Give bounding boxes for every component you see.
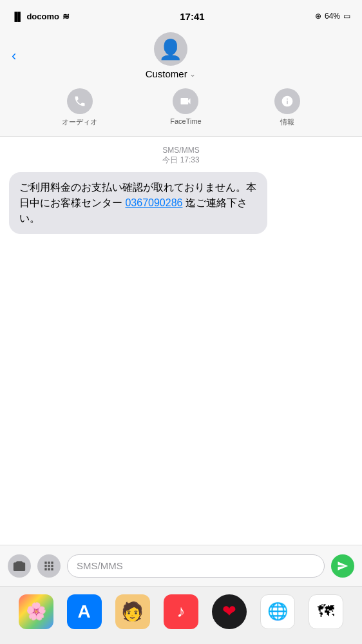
chevron-down-icon: ⌄ [189, 70, 196, 79]
message-area: SMS/MMS 今日 17:33 ご利用料金のお支払い確認が取れておりません。本… [0, 137, 362, 559]
dock-maps[interactable]: 🗺 [309, 594, 343, 629]
input-area: SMS/MMS [0, 545, 362, 586]
info-label: 情報 [280, 117, 294, 127]
apps-button[interactable] [37, 554, 61, 578]
message-bubble: ご利用料金のお支払い確認が取れておりません。本日中にお客様センター 036709… [9, 172, 267, 234]
dock-memoji[interactable]: 🧑 [115, 594, 150, 629]
contact-name-row[interactable]: Customer ⌄ [146, 68, 196, 79]
status-right: ⊕ 64% ▭ [315, 12, 350, 21]
battery-label: 64% [325, 12, 340, 21]
sms-time: 今日 17:33 [9, 155, 353, 166]
audio-label: オーディオ [62, 117, 97, 127]
location-icon: ⊕ [315, 12, 321, 21]
contact-info: 👤 Customer ⌄ [146, 32, 196, 79]
sms-header: SMS/MMS 今日 17:33 [9, 146, 353, 166]
dock-browser[interactable]: 🌐 [260, 594, 295, 629]
facetime-icon [173, 88, 198, 114]
phone-link[interactable]: 0367090286 [125, 197, 182, 208]
wifi-icon: ≋ [62, 12, 70, 21]
info-icon [274, 88, 300, 114]
back-button[interactable]: ‹ [12, 48, 16, 64]
signal-icon: ▐▌ [12, 12, 23, 21]
camera-button[interactable] [8, 554, 31, 578]
facetime-button[interactable]: FaceTime [170, 88, 202, 127]
dock: 🌸 A 🧑 ♪ ❤ 🌐 🗺 [0, 586, 362, 644]
dock-social[interactable]: ❤ [212, 594, 247, 629]
avatar: 👤 [154, 32, 187, 66]
contact-name-label: Customer [146, 68, 187, 79]
send-button[interactable] [331, 554, 354, 578]
dock-photos[interactable]: 🌸 [19, 594, 53, 629]
status-bar: ▐▌ docomo ≋ 17:41 ⊕ 64% ▭ [0, 0, 362, 28]
message-row: ご利用料金のお支払い確認が取れておりません。本日中にお客様センター 036709… [9, 172, 353, 234]
status-time: 17:41 [180, 11, 204, 22]
action-buttons: オーディオ FaceTime 情報 [0, 82, 362, 130]
sms-label: SMS/MMS [9, 146, 353, 155]
audio-button[interactable]: オーディオ [62, 88, 97, 127]
input-placeholder: SMS/MMS [77, 560, 123, 571]
nav-top: ‹ 👤 Customer ⌄ [0, 28, 362, 82]
dock-appstore[interactable]: A [67, 594, 102, 629]
facetime-label: FaceTime [170, 117, 202, 125]
carrier-label: docomo [26, 12, 59, 21]
status-left: ▐▌ docomo ≋ [12, 12, 70, 21]
battery-icon: ▭ [343, 12, 350, 21]
nav-header: ‹ 👤 Customer ⌄ オーディオ [0, 28, 362, 137]
info-button[interactable]: 情報 [274, 88, 300, 127]
audio-icon [67, 88, 93, 114]
message-input[interactable]: SMS/MMS [67, 554, 325, 578]
dock-music[interactable]: ♪ [164, 594, 198, 629]
avatar-icon: 👤 [158, 38, 182, 61]
